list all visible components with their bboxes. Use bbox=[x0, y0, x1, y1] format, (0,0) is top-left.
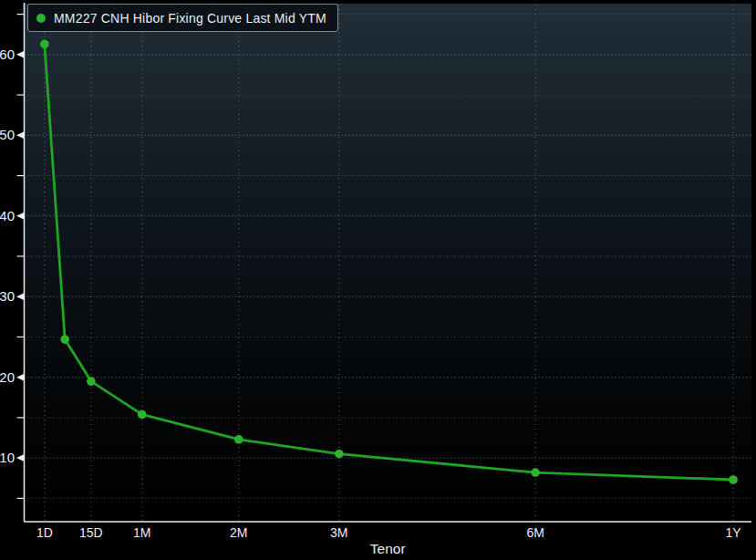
x-tick-label-1D: 1D bbox=[36, 525, 53, 540]
y-tick-label-60: 60 bbox=[0, 47, 15, 62]
x-tick-label-6M: 6M bbox=[526, 525, 544, 540]
y-tick-arrow-20 bbox=[16, 374, 25, 381]
x-tick-label-15D: 15D bbox=[79, 525, 103, 540]
y-tick-arrow-10 bbox=[16, 454, 25, 461]
y-tick-label-30: 30 bbox=[0, 288, 15, 304]
x-tick-label-2M: 2M bbox=[230, 525, 247, 540]
legend[interactable]: MM227 CNH Hibor Fixing Curve Last Mid YT… bbox=[27, 4, 338, 32]
data-point-3M[interactable] bbox=[335, 450, 344, 459]
x-tick-label-3M: 3M bbox=[330, 525, 347, 540]
x-tick-label-1M: 1M bbox=[133, 525, 150, 540]
y-tick-label-10: 10 bbox=[0, 450, 15, 465]
x-tick-label-1Y: 1Y bbox=[726, 525, 742, 540]
data-point-6M[interactable] bbox=[531, 468, 540, 477]
legend-label: MM227 CNH Hibor Fixing Curve Last Mid YT… bbox=[54, 11, 326, 26]
data-point-1W[interactable] bbox=[60, 335, 69, 344]
y-tick-label-50: 50 bbox=[0, 127, 15, 142]
hibor-curve-chart[interactable]: 1020304050601D15D1M2M3M6M1YTenor bbox=[0, 0, 756, 560]
data-point-2M[interactable] bbox=[234, 435, 243, 444]
data-point-1Y[interactable] bbox=[729, 475, 738, 484]
plot-background bbox=[25, 4, 752, 522]
y-tick-label-20: 20 bbox=[0, 369, 15, 385]
x-axis-title: Tenor bbox=[370, 541, 406, 556]
terminal-chart-window: 1020304050601D15D1M2M3M6M1YTenor MM227 C… bbox=[0, 0, 756, 560]
data-point-1M[interactable] bbox=[138, 410, 147, 420]
y-tick-arrow-30 bbox=[16, 293, 25, 300]
legend-series-marker-icon bbox=[36, 14, 46, 23]
y-tick-arrow-50 bbox=[16, 131, 25, 139]
y-tick-arrow-40 bbox=[16, 213, 25, 220]
y-tick-arrow-60 bbox=[16, 51, 25, 58]
y-tick-label-40: 40 bbox=[0, 208, 15, 223]
data-point-1D[interactable] bbox=[40, 40, 49, 49]
data-point-15D[interactable] bbox=[87, 377, 96, 386]
